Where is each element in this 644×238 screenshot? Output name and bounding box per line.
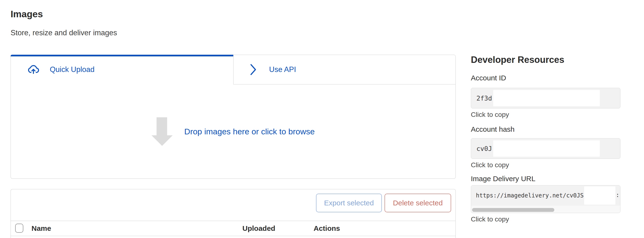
images-page: Images Store, resize and deliver images …	[0, 0, 644, 238]
drop-arrow-icon	[152, 117, 173, 146]
horizontal-scrollbar-thumb[interactable]	[472, 208, 554, 212]
tab-quick-upload-label: Quick Upload	[50, 65, 94, 74]
redaction-overlay	[493, 90, 600, 106]
tab-use-api-label: Use API	[269, 65, 296, 74]
chevron-right-icon	[250, 63, 257, 77]
delete-selected-button[interactable]: Delete selected	[384, 194, 451, 212]
page-title: Images	[10, 8, 43, 20]
account-hash-label: Account hash	[471, 125, 514, 133]
column-header-actions: Actions	[314, 224, 340, 233]
account-hash-value: cv0J	[476, 145, 492, 152]
column-header-uploaded: Uploaded	[242, 224, 275, 233]
table-header-row: Name Uploaded Actions	[11, 221, 456, 236]
developer-resources-heading: Developer Resources	[471, 55, 564, 65]
image-delivery-url-label: Image Delivery URL	[471, 175, 535, 183]
image-delivery-url-field[interactable]: https://imagedelivery.net/cv0JSj :	[471, 185, 620, 213]
dropzone-label: Drop images here or click to browse	[184, 127, 314, 136]
column-header-name: Name	[32, 224, 51, 233]
url-text-area: https://imagedelivery.net/cv0JSj :	[471, 185, 620, 206]
tab-quick-upload[interactable]: Quick Upload	[10, 55, 233, 85]
click-to-copy-hint: Click to copy	[471, 216, 509, 223]
page-subtitle: Store, resize and deliver images	[10, 28, 117, 38]
select-all-checkbox[interactable]	[15, 224, 23, 233]
upload-tabs: Quick Upload Use API	[10, 55, 456, 85]
account-id-value: 2f3d	[476, 95, 492, 102]
account-id-field[interactable]: 2f3d	[471, 88, 620, 109]
image-delivery-url-value: https://imagedelivery.net/cv0JSj	[476, 192, 587, 199]
account-hash-field[interactable]: cv0J	[471, 138, 620, 159]
images-table-panel: Export selected Delete selected Name Upl…	[10, 189, 456, 238]
account-id-label: Account ID	[471, 74, 506, 82]
table-actions-row: Export selected Delete selected	[11, 189, 456, 221]
developer-resources-panel: Developer Resources Account ID 2f3d Clic…	[471, 53, 620, 236]
active-tab-indicator	[10, 55, 233, 56]
click-to-copy-hint: Click to copy	[471, 111, 509, 119]
cloud-upload-icon	[26, 63, 41, 76]
tab-use-api[interactable]: Use API	[233, 55, 456, 85]
upload-dropzone[interactable]: Drop images here or click to browse	[10, 85, 456, 179]
redaction-overlay	[584, 186, 616, 205]
export-selected-button[interactable]: Export selected	[316, 194, 382, 212]
url-overflow-char: :	[616, 192, 619, 198]
redaction-overlay	[493, 140, 600, 157]
click-to-copy-hint: Click to copy	[471, 161, 509, 169]
